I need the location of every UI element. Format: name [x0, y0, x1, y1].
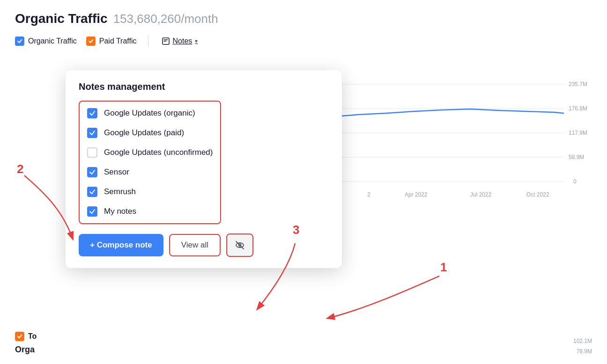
- notes-icon: [162, 37, 170, 45]
- organic-bottom-label: Orga: [15, 345, 37, 355]
- sensor-checkbox[interactable]: [87, 167, 97, 177]
- notes-checkbox-list: Google Updates (organic) Google Updates …: [79, 101, 221, 224]
- list-item[interactable]: My notes: [80, 202, 220, 221]
- bottom-y-label-1: 102.1M: [573, 338, 592, 344]
- semrush-checkbox[interactable]: [87, 187, 97, 197]
- list-item[interactable]: Sensor: [80, 162, 220, 182]
- svg-text:Apr 2022: Apr 2022: [405, 191, 428, 198]
- google-unconfirmed-label: Google Updates (unconfirmed): [104, 148, 213, 157]
- dropdown-footer: + Compose note View all: [79, 233, 329, 257]
- organic-checkbox[interactable]: [15, 36, 24, 46]
- list-item[interactable]: Google Updates (paid): [80, 123, 220, 143]
- view-all-button[interactable]: View all: [169, 234, 221, 256]
- bottom-section: To Orga: [15, 332, 37, 355]
- page-header: Organic Traffic 153,680,260/month Organi…: [0, 0, 607, 47]
- sensor-label: Sensor: [104, 167, 129, 177]
- page-title: Organic Traffic: [15, 11, 108, 26]
- notes-management-title: Notes management: [79, 81, 329, 92]
- google-unconfirmed-checkbox[interactable]: [87, 147, 97, 158]
- legend-divider: [148, 36, 148, 47]
- svg-text:235.7M: 235.7M: [569, 81, 587, 87]
- my-notes-label: My notes: [104, 207, 136, 216]
- semrush-label: Semrush: [104, 187, 136, 197]
- my-notes-checkbox[interactable]: [87, 206, 97, 217]
- google-paid-label: Google Updates (paid): [104, 128, 184, 138]
- legend-row: Organic Traffic Paid Traffic Notes ▾: [15, 36, 592, 47]
- notes-button[interactable]: Notes ▾: [160, 36, 200, 46]
- notes-label: Notes: [173, 37, 192, 45]
- google-paid-checkbox[interactable]: [87, 128, 97, 138]
- chevron-down-icon: ▾: [195, 38, 198, 44]
- svg-text:Jul 2022: Jul 2022: [470, 191, 492, 198]
- paid-checkbox[interactable]: [86, 36, 96, 46]
- chart-svg: 235.7M 176.8M 117.9M 58.9M 0 Jan 2 Apr 2…: [330, 80, 592, 211]
- list-item[interactable]: Google Updates (unconfirmed): [80, 143, 220, 162]
- title-row: Organic Traffic 153,680,260/month: [15, 11, 592, 26]
- legend-paid[interactable]: Paid Traffic: [86, 36, 137, 46]
- google-organic-checkbox[interactable]: [87, 108, 97, 118]
- list-item[interactable]: Semrush: [80, 182, 220, 202]
- annotation-2: 2: [17, 162, 23, 176]
- organic-label: Organic Traffic: [28, 37, 77, 45]
- svg-text:117.9M: 117.9M: [569, 130, 587, 136]
- annotation-1: 1: [440, 260, 447, 274]
- compose-note-button[interactable]: + Compose note: [79, 234, 163, 256]
- hide-button[interactable]: [226, 233, 253, 257]
- svg-text:2: 2: [367, 191, 370, 198]
- google-organic-label: Google Updates (organic): [104, 109, 195, 118]
- chart-area: 235.7M 176.8M 117.9M 58.9M 0 Jan 2 Apr 2…: [330, 80, 592, 211]
- svg-text:176.8M: 176.8M: [569, 105, 587, 112]
- svg-text:Oct 2022: Oct 2022: [526, 191, 549, 198]
- bottom-y-label-2: 78.9M: [573, 348, 592, 355]
- bottom-paid-checkbox[interactable]: [15, 332, 24, 341]
- bottom-y-labels: 102.1M 78.9M: [573, 338, 592, 355]
- svg-text:0: 0: [573, 178, 577, 185]
- paid-label: Paid Traffic: [99, 37, 137, 45]
- list-item[interactable]: Google Updates (organic): [80, 103, 220, 123]
- legend-organic[interactable]: Organic Traffic: [15, 36, 77, 46]
- traffic-value: 153,680,260/month: [113, 12, 218, 26]
- svg-text:58.9M: 58.9M: [569, 154, 584, 160]
- notes-dropdown: Notes management Google Updates (organic…: [66, 70, 342, 268]
- bottom-label: To: [28, 332, 37, 341]
- eye-slash-icon: [235, 240, 245, 250]
- annotation-1-arrow: [328, 276, 439, 318]
